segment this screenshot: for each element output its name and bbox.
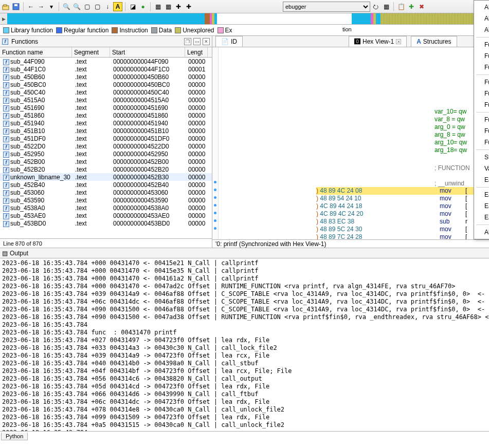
tool12-icon[interactable]: ✖ [417,2,426,11]
menu-item[interactable]: Ea xrefs frm chain [474,200,489,212]
function-icon: f [3,59,9,65]
table-row[interactable]: fsub_451690.text000000000045169000000 [0,104,212,111]
table-row[interactable]: fsub_4538A0.text00000000004538A000000 [0,204,212,212]
table-row[interactable]: fsub_452950.text000000000045295000000 [0,150,212,158]
col-length[interactable]: Lengt [185,47,208,57]
menu-item[interactable]: Ea xrefs chain [474,189,489,200]
fwd-icon[interactable]: → [37,2,46,11]
table-row[interactable]: fsub_453BD0.text0000000000453BD000000 [0,219,212,227]
nav-bar[interactable] [7,13,489,24]
disasm-pane: 📄ID 🅾Hex View-1✕ AStructures var_10= qwv… [212,36,489,248]
pane-min-icon[interactable]: ▭ [193,38,201,45]
legend-item: Ex [218,27,232,34]
function-icon: f [3,182,9,189]
legend-label: Library function [11,27,53,34]
menu-item[interactable]: All strings xrefs [474,24,489,35]
legend-item: Data [151,27,172,34]
col-name[interactable]: Function name [0,47,72,57]
table-row[interactable]: fsub_450C40.text0000000000450C4000000 [0,88,212,96]
highlight-icon[interactable]: A [113,2,122,11]
table-row[interactable]: fsub_452B40.text0000000000452B4000000 [0,181,212,189]
tab-struct[interactable]: AStructures [411,36,457,47]
functions-table[interactable]: Function name Segment Start Lengt fsub_4… [0,47,212,238]
down-icon[interactable]: ↓ [103,2,112,11]
pane-close-icon[interactable]: ✕ [203,38,210,45]
disasm-gutter [212,47,219,248]
tool11-icon[interactable]: ✚ [407,2,416,11]
tab-hex[interactable]: 🅾Hex View-1✕ [349,36,407,47]
menu-item[interactable]: Func xrefs chain [474,114,489,125]
open-icon[interactable] [1,2,10,11]
menu-item[interactable]: Func xrefs frm chain [474,125,489,137]
menu-item[interactable]: Func xrefs to [474,62,489,73]
table-row[interactable]: fsub_4522D0.text00000000004522D000000 [0,142,212,150]
table-row[interactable]: fsub_44F1C0.text000000000044F1C000001 [0,65,212,73]
menu-item[interactable]: Func xrefs to chain [474,137,489,148]
output-body[interactable]: 2023-06-18 16:35:43.784 +000 00431470 <-… [0,258,489,431]
function-icon: f [3,121,9,127]
table-row[interactable]: fsub_451860.text000000000045186000000 [0,111,212,119]
menu-item[interactable]: All functions xrefs [474,2,489,13]
debugger-select[interactable]: ebugger [283,2,370,12]
table-row[interactable]: fsub_452B00.text0000000000452B0000000 [0,158,212,165]
tool10-icon[interactable]: 📋 [396,2,406,11]
col-segment[interactable]: Segment [72,47,110,57]
table-row[interactable]: fsub_451940.text000000000045194000000 [0,119,212,127]
table-row[interactable]: fsub_450B60.text0000000000450B6000000 [0,73,212,81]
legend-label: Ex [225,27,232,34]
dropdown-icon[interactable]: ▾ [47,2,56,11]
table-row[interactable]: fsub_453590.text000000000045359000000 [0,196,212,204]
menu-item[interactable]: All imports xrefs [474,13,489,24]
table-row[interactable]: fsub_451B10.text0000000000451B1000000 [0,127,212,135]
tab-ida[interactable]: 📄ID [215,36,243,47]
tool3-icon[interactable]: ◪ [128,2,137,11]
run-icon[interactable]: ● [138,2,148,11]
tab-python[interactable]: Python [1,433,28,440]
tool6-icon[interactable]: ✚ [174,2,183,11]
pane-restore-icon[interactable]: ❐ [184,38,191,45]
table-row[interactable]: funknown_libname_30.text0000000000452B30… [0,173,212,181]
function-icon: f [3,144,9,150]
table-row[interactable]: fsub_453060.text000000000045306000000 [0,189,212,196]
table-row[interactable]: fsub_452B20.text0000000000452B2000000 [0,165,212,173]
table-row[interactable]: fsub_450BC0.text0000000000450BC000000 [0,81,212,88]
nav-play-left[interactable]: ▶ [0,13,7,24]
save-icon[interactable] [11,2,21,11]
menu-item[interactable]: Func xrefs to inner [474,99,489,110]
functions-header[interactable]: Function name Segment Start Lengt [0,47,212,58]
back-icon[interactable]: ← [26,2,35,11]
tool8-icon[interactable]: ⭮ [371,2,381,11]
table-row[interactable]: fsub_451DF0.text0000000000451DF000000 [0,135,212,142]
output-title: Output [10,250,28,257]
legend-swatch [3,27,9,33]
table-row[interactable]: fsub_44F090.text000000000044F09000000 [0,58,212,65]
tool4-icon[interactable]: ▦ [153,2,162,11]
table-row[interactable]: fsub_4515A0.text00000000004515A000000 [0,96,212,104]
menu-item[interactable]: Ea xrefs [474,174,489,185]
find-icon[interactable]: 🔍 [62,2,71,11]
tool7-icon[interactable]: ✚ [184,2,193,11]
menu-item[interactable]: Ea xrefs to chain [474,212,489,223]
menu-item[interactable]: Var xrefs [474,163,489,174]
function-icon: f [3,82,9,88]
disasm-body[interactable]: var_10= qwvar_8 = qwarg_0 = qwarg_8 = qw… [219,47,489,248]
menu-item[interactable]: Stk xrefs [474,152,489,163]
function-icon: f [3,175,9,181]
function-pane-icon: f [2,39,8,45]
col-start[interactable]: Start [110,47,185,57]
tool5-icon[interactable]: ▦ [164,2,173,11]
tool2-icon[interactable]: ▢ [93,2,102,11]
tool1-icon[interactable]: ▢ [82,2,92,11]
menu-item[interactable]: Func xrefs inner [474,77,489,88]
function-icon: f [3,213,9,219]
tab-close-icon[interactable]: ✕ [396,39,401,44]
menu-item[interactable]: Func xrefs frm inner [474,88,489,99]
menu-item[interactable]: Func xrefs frm [474,50,489,62]
menu-item[interactable]: About [474,227,489,238]
menu-item[interactable]: Func xrefs [474,39,489,50]
legend-swatch [218,27,224,33]
find2-icon[interactable]: 🔍 [72,2,81,11]
legend-item: Regular function [56,27,108,34]
tool9-icon[interactable]: ▦ [382,2,391,11]
table-row[interactable]: fsub_453AE0.text0000000000453AE000000 [0,212,212,219]
